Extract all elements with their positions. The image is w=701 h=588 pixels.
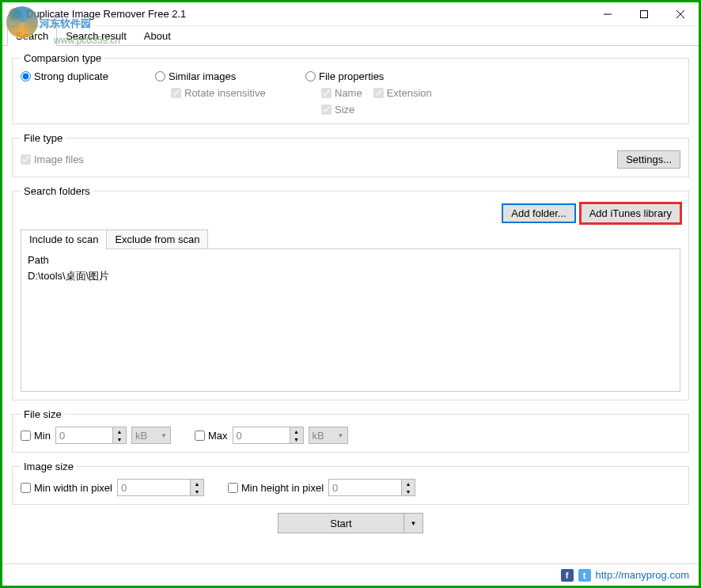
spinner-down-icon[interactable]: ▼ (113, 435, 126, 443)
footer-link[interactable]: http://manyprog.com (596, 569, 690, 581)
radio-strong-duplicate[interactable]: Strong duplicate (21, 70, 131, 82)
chevron-down-icon: ▼ (411, 520, 417, 527)
tab-exclude-from-scan[interactable]: Exclude from scan (106, 230, 208, 248)
twitter-icon[interactable]: t (578, 569, 591, 582)
start-button[interactable]: Start (278, 513, 404, 533)
check-min-filesize[interactable]: Min (21, 430, 51, 442)
radio-file-properties[interactable]: File properties (305, 70, 432, 82)
max-filesize-input[interactable]: 0 ▲▼ (233, 427, 304, 444)
spinner-up-icon[interactable]: ▲ (113, 427, 126, 435)
filesize-legend: File size (21, 408, 65, 420)
chevron-down-icon: ▼ (338, 432, 344, 439)
min-filesize-input[interactable]: 0 ▲▼ (55, 427, 127, 444)
search-folders-group: Search folders Add folder... Add iTunes … (12, 185, 689, 400)
tab-about[interactable]: About (135, 26, 180, 46)
spinner-up-icon[interactable]: ▲ (191, 480, 203, 487)
app-icon (9, 8, 21, 21)
spinner-down-icon[interactable]: ▼ (191, 487, 203, 495)
image-size-group: Image size Min width in pixel 0 ▲▼ Min h… (12, 461, 689, 505)
tab-search[interactable]: Search (7, 26, 57, 46)
facebook-icon[interactable]: f (561, 569, 574, 582)
list-item[interactable]: D:\tools\桌面\图片 (28, 267, 673, 285)
window-title: Duplicate Image Remover Free 2.1 (26, 8, 589, 20)
check-extension: Extension (373, 87, 432, 99)
close-button[interactable] (662, 2, 699, 26)
spinner-down-icon[interactable]: ▼ (290, 435, 303, 443)
add-itunes-library-button[interactable]: Add iTunes library (581, 203, 680, 223)
svg-rect-1 (641, 10, 648, 17)
check-max-filesize[interactable]: Max (195, 430, 228, 442)
minimize-button[interactable] (589, 2, 626, 26)
filetype-legend: File type (21, 132, 66, 144)
tab-include-to-scan[interactable]: Include to scan (21, 230, 107, 248)
maximize-button[interactable] (626, 2, 662, 26)
comparison-legend: Comparsion type (21, 52, 104, 64)
min-height-input[interactable]: 0 ▲▼ (328, 479, 415, 496)
max-filesize-unit[interactable]: kB▼ (309, 427, 348, 444)
titlebar: Duplicate Image Remover Free 2.1 (2, 2, 699, 26)
path-list[interactable]: Path D:\tools\桌面\图片 (21, 249, 680, 392)
searchfolders-legend: Search folders (21, 185, 93, 197)
min-filesize-unit[interactable]: kB▼ (131, 427, 171, 444)
start-dropdown-button[interactable]: ▼ (404, 513, 423, 533)
settings-button[interactable]: Settings... (617, 150, 680, 169)
check-image-files: Image files (21, 154, 84, 165)
spinner-down-icon[interactable]: ▼ (402, 487, 415, 495)
file-type-group: File type Image files Settings... (12, 132, 689, 177)
check-min-height[interactable]: Min height in pixel (228, 482, 324, 494)
check-size: Size (321, 104, 432, 116)
path-column-header: Path (28, 252, 673, 267)
radio-similar-images[interactable]: Similar images (155, 70, 282, 82)
check-min-width[interactable]: Min width in pixel (21, 482, 112, 494)
main-tabs: Search Search result About (2, 26, 699, 46)
min-width-input[interactable]: 0 ▲▼ (117, 479, 204, 496)
footer: f t http://manyprog.com (2, 563, 699, 586)
chevron-down-icon: ▼ (161, 432, 167, 439)
tab-search-result[interactable]: Search result (57, 26, 135, 46)
folder-tabs: Include to scan Exclude from scan (21, 230, 680, 249)
spinner-up-icon[interactable]: ▲ (402, 480, 415, 487)
imagesize-legend: Image size (21, 461, 77, 472)
comparison-type-group: Comparsion type Strong duplicate Similar… (12, 52, 689, 124)
file-size-group: File size Min 0 ▲▼ kB▼ Max (12, 408, 689, 453)
check-name: Name (321, 87, 362, 99)
add-folder-button[interactable]: Add folder... (502, 203, 575, 223)
check-rotate-insensitive: Rotate insensitive (171, 87, 282, 99)
spinner-up-icon[interactable]: ▲ (290, 427, 303, 435)
